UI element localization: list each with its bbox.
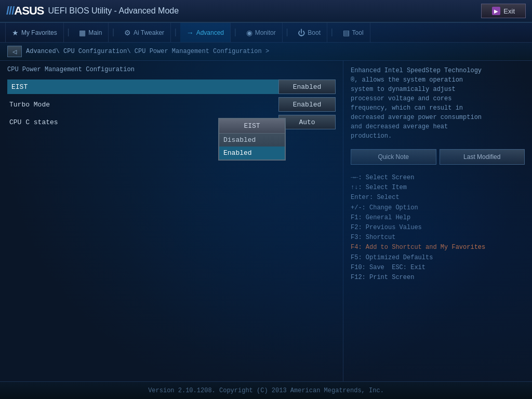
description-text: Enhanced Intel SpeedStep Technology ®, a… (351, 66, 525, 141)
last-modified-button[interactable]: Last Modified (440, 149, 525, 165)
header-title: UEFI BIOS Utility - Advanced Mode (48, 6, 481, 16)
dropdown-option-disabled[interactable]: Disabled (219, 134, 285, 147)
section-title: CPU Power Management Configuration (7, 66, 336, 73)
nav-item-monitor[interactable]: ◉ Monitor (240, 23, 283, 42)
config-value-turbo[interactable]: Enabled (278, 97, 336, 112)
back-button[interactable]: ◁ (7, 46, 22, 57)
config-item-cpu-c-states[interactable]: CPU C states Auto (7, 115, 336, 129)
nav-separator-3: | (172, 28, 179, 37)
dropdown-option-enabled[interactable]: Enabled (219, 147, 285, 159)
config-item-turbo[interactable]: Turbo Mode Enabled (7, 97, 336, 112)
footer-text: Version 2.10.1208. Copyright (C) 2013 Am… (148, 387, 384, 394)
exit-icon: ▶ (492, 7, 500, 15)
ai-tweaker-icon: ⚙ (124, 29, 131, 37)
favorites-icon: ★ (12, 29, 19, 37)
config-value-eist[interactable]: Enabled (278, 79, 336, 94)
nav-item-favorites[interactable]: ★ My Favorites (5, 23, 64, 42)
nav-separator-1: | (65, 28, 72, 37)
tool-icon: ▤ (343, 29, 350, 37)
breadcrumb-bar: ◁ Advanced\ CPU Configuration\ CPU Power… (0, 43, 532, 61)
shortcut-f12: F12: Print Screen (351, 273, 525, 283)
action-buttons: Quick Note Last Modified (351, 149, 525, 165)
advanced-icon: → (187, 29, 194, 37)
config-label-eist: EIST (7, 79, 278, 94)
dropdown-title: EIST (219, 119, 285, 134)
nav-separator-6: | (328, 28, 336, 37)
main-icon: ▦ (79, 29, 86, 37)
nav-bar: ★ My Favorites | ▦ Main | ⚙ Ai Tweaker |… (0, 23, 532, 43)
main-content: CPU Power Management Configuration EIST … (0, 61, 532, 382)
config-label-turbo: Turbo Mode (7, 101, 278, 109)
shortcut-enter: Enter: Select (351, 193, 525, 203)
nav-item-tool[interactable]: ▤ Tool (337, 23, 370, 42)
shortcut-change-option: +/-: Change Option (351, 203, 525, 213)
boot-icon: ⏻ (298, 29, 305, 37)
breadcrumb: Advanced\ CPU Configuration\ CPU Power M… (26, 48, 269, 55)
monitor-icon: ◉ (246, 29, 252, 37)
shortcut-f3: F3: Shortcut (351, 233, 525, 243)
nav-separator-5: | (284, 28, 291, 37)
quick-note-button[interactable]: Quick Note (351, 149, 436, 165)
nav-item-advanced[interactable]: → Advanced (180, 23, 231, 42)
nav-item-boot[interactable]: ⏻ Boot (291, 23, 327, 42)
nav-item-ai-tweaker[interactable]: ⚙ Ai Tweaker (118, 23, 171, 42)
shortcut-select-screen: →←: Select Screen (351, 173, 525, 183)
exit-button[interactable]: ▶ Exit (481, 4, 526, 18)
config-item-eist[interactable]: EIST Enabled (7, 79, 336, 94)
footer: Version 2.10.1208. Copyright (C) 2013 Am… (0, 381, 532, 399)
shortcut-f4: F4: Add to Shortcut and My Favorites (351, 243, 525, 252)
dropdown-popup: EIST Disabled Enabled (218, 118, 286, 161)
config-value-cpu-c-states[interactable]: Auto (278, 115, 336, 129)
nav-separator-2: | (110, 28, 117, 37)
nav-item-main[interactable]: ▦ Main (73, 23, 109, 42)
shortcut-f2: F2: Previous Values (351, 223, 525, 233)
shortcut-f10: F10: Save ESC: Exit (351, 263, 525, 273)
header: ///ASUS UEFI BIOS Utility - Advanced Mod… (0, 0, 532, 23)
asus-logo: ///ASUS (6, 4, 44, 18)
left-panel: CPU Power Management Configuration EIST … (0, 61, 343, 382)
right-panel: Enhanced Intel SpeedStep Technology ®, a… (343, 61, 532, 382)
shortcut-f5: F5: Optimized Defaults (351, 253, 525, 263)
nav-separator-4: | (232, 28, 239, 37)
shortcuts: →←: Select Screen ↑↓: Select Item Enter:… (351, 173, 525, 283)
shortcut-select-item: ↑↓: Select Item (351, 183, 525, 193)
shortcut-f1: F1: General Help (351, 213, 525, 223)
